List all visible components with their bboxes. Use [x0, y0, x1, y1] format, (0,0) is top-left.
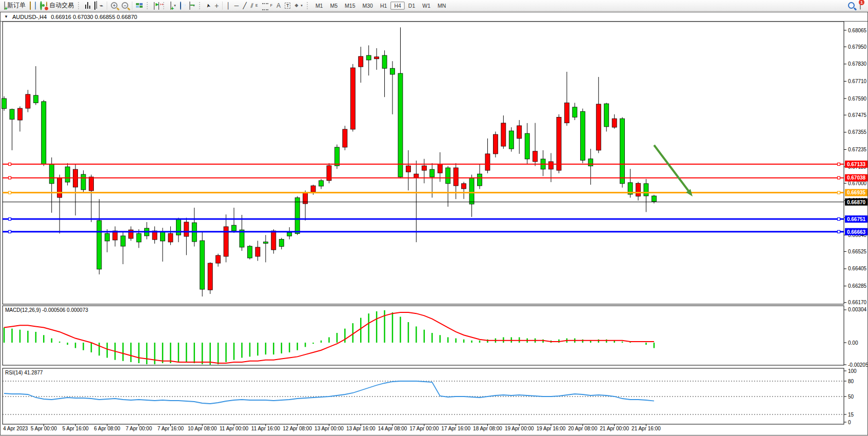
toolbar-separator [199, 2, 202, 9]
date-axis: 4 Apr 20235 Apr 00:005 Apr 16:006 Apr 08… [3, 424, 661, 431]
svg-text:0.66663: 0.66663 [847, 229, 866, 235]
svg-text:5 Apr 16:00: 5 Apr 16:00 [62, 426, 89, 431]
timeframe-button-h4[interactable]: H4 [390, 2, 404, 10]
toolbar-separator [163, 2, 166, 9]
arrows-button[interactable]: ◆▾ [292, 1, 304, 11]
auto-scroll-button[interactable]: ▶ [152, 1, 156, 11]
svg-text:7 Apr 16:00: 7 Apr 16:00 [157, 426, 184, 431]
panel-frames [3, 22, 844, 424]
tile-windows-icon [136, 3, 143, 8]
svg-text:15: 15 [848, 412, 854, 418]
timeframe-button-w1[interactable]: W1 [419, 2, 434, 10]
svg-text:0.67710: 0.67710 [848, 78, 867, 84]
timeframe-button-d1[interactable]: D1 [405, 2, 419, 10]
svg-text:21 Apr 16:00: 21 Apr 16:00 [632, 426, 661, 431]
toolbar-separator [132, 2, 132, 10]
data-window-button[interactable] [33, 1, 38, 11]
svg-text:17 Apr 16:00: 17 Apr 16:00 [441, 426, 470, 431]
svg-text:MACD(12,26,9) -0.000506 0.0000: MACD(12,26,9) -0.000506 0.000073 [5, 307, 88, 313]
timeframe-button-m5[interactable]: M5 [326, 2, 341, 10]
zoom-in-button[interactable]: + [109, 1, 120, 11]
svg-text:RSI(14) 41.2877: RSI(14) 41.2877 [5, 370, 43, 375]
channel-icon: ⫽ [251, 3, 253, 9]
candlestick-chart-icon [94, 2, 95, 9]
zoom-out-button[interactable]: − [120, 1, 130, 11]
svg-text:18 Apr 08:00: 18 Apr 08:00 [473, 426, 502, 431]
svg-text:13 Apr 16:00: 13 Apr 16:00 [346, 426, 376, 431]
svg-text:0.66525: 0.66525 [848, 249, 867, 254]
timeframe-button-h1[interactable]: H1 [377, 2, 390, 10]
chart-header: ▼ AUDUSD-,H4 0.66916 0.67030 0.66855 0.6… [1, 12, 867, 22]
svg-text:12 Apr 08:00: 12 Apr 08:00 [283, 426, 312, 431]
svg-text:100: 100 [848, 368, 857, 374]
svg-text:20 Apr 08:00: 20 Apr 08:00 [568, 426, 597, 431]
indicators-button[interactable]: +▾ [168, 1, 178, 11]
svg-text:0.00: 0.00 [848, 340, 858, 346]
data-window-icon [35, 2, 36, 9]
channel-button[interactable]: ⫽E [249, 1, 260, 11]
auto-trading-button[interactable]: 自动交易 [44, 1, 76, 11]
chart-window: ▼ AUDUSD-,H4 0.66916 0.67030 0.66855 0.6… [0, 12, 868, 435]
svg-text:13 Apr 00:00: 13 Apr 00:00 [314, 426, 344, 431]
toolbar: + 新订单 自动交易 ⌁ + − ▶ ↦ +▾ ▾ ▾ ➤ + │ ─ ╱ ⫽E… [0, 0, 868, 11]
zoom-in-icon: + [111, 2, 117, 9]
toolbar-separator [78, 2, 81, 9]
periods-button[interactable]: ▾ [178, 1, 188, 11]
svg-text:0.66285: 0.66285 [848, 283, 867, 289]
zoom-out-icon: − [122, 2, 128, 9]
auto-trading-icon [46, 2, 47, 9]
svg-text:6 Apr 08:00: 6 Apr 08:00 [94, 426, 121, 431]
cursor-button[interactable]: ➤ [204, 1, 212, 11]
text-icon: A [277, 3, 281, 9]
svg-text:7 Apr 00:00: 7 Apr 00:00 [126, 426, 152, 431]
signals-button[interactable] [38, 1, 44, 11]
svg-text:4 Apr 2023: 4 Apr 2023 [3, 426, 28, 431]
chart-symbol-period: AUDUSD-,H4 [12, 14, 47, 20]
crosshair-button[interactable]: + [212, 1, 221, 11]
timeframe-button-m15[interactable]: M15 [341, 2, 359, 10]
svg-text:0.67355: 0.67355 [848, 129, 867, 135]
svg-text:14 Apr 08:00: 14 Apr 08:00 [378, 426, 407, 431]
svg-text:0.67950: 0.67950 [848, 44, 867, 50]
timeframe-button-m1[interactable]: M1 [312, 2, 327, 10]
horizontal-line-button[interactable]: ─ [232, 1, 241, 11]
market-watch-button[interactable] [28, 1, 33, 11]
svg-text:0.66170: 0.66170 [848, 300, 867, 305]
toolbar-separator [307, 2, 310, 9]
new-order-label: 新订单 [7, 1, 26, 10]
price-chart-canvas[interactable]: 0.680650.679500.678300.677100.675900.674… [1, 12, 867, 435]
line-chart-button[interactable]: ⌁ [97, 1, 105, 11]
fibonacci-button[interactable]: F [260, 1, 274, 11]
svg-text:0.68065: 0.68065 [848, 28, 867, 33]
fibonacci-icon [262, 3, 268, 10]
bar-chart-button[interactable] [83, 1, 92, 11]
trendline-button[interactable]: ╱ [241, 1, 248, 11]
search-button[interactable] [848, 2, 855, 9]
text-label-button[interactable]: T [283, 1, 293, 11]
svg-text:5 Apr 00:00: 5 Apr 00:00 [31, 426, 57, 431]
toolbar-separator [222, 2, 223, 10]
indicators-icon: + [170, 2, 171, 9]
chat-button[interactable]: 1 [860, 2, 861, 9]
templates-button[interactable]: ▾ [187, 1, 197, 11]
svg-text:80: 80 [848, 379, 854, 384]
text-button[interactable]: A [274, 1, 283, 11]
tile-windows-button[interactable] [134, 1, 145, 11]
svg-text:0.66870: 0.66870 [847, 200, 866, 205]
line-chart-icon: ⌁ [100, 3, 103, 9]
chart-collapse-icon[interactable]: ▼ [4, 14, 8, 19]
vertical-line-button[interactable]: │ [224, 1, 232, 11]
new-order-icon: + [4, 2, 5, 9]
svg-text:50: 50 [848, 394, 854, 400]
new-order-button[interactable]: + 新订单 [2, 1, 28, 11]
svg-text:0.67038: 0.67038 [847, 175, 866, 181]
timeframe-button-m30[interactable]: M30 [359, 2, 377, 10]
toolbar-separator [147, 2, 150, 9]
templates-icon [189, 2, 190, 9]
bar-chart-icon [85, 2, 90, 9]
candlestick-chart-button[interactable] [92, 1, 97, 11]
timeframe-button-mn[interactable]: MN [434, 2, 449, 10]
svg-text:21 Apr 00:00: 21 Apr 00:00 [600, 426, 629, 431]
auto-trading-label: 自动交易 [49, 1, 74, 10]
chart-shift-icon: ↦ [159, 2, 159, 9]
